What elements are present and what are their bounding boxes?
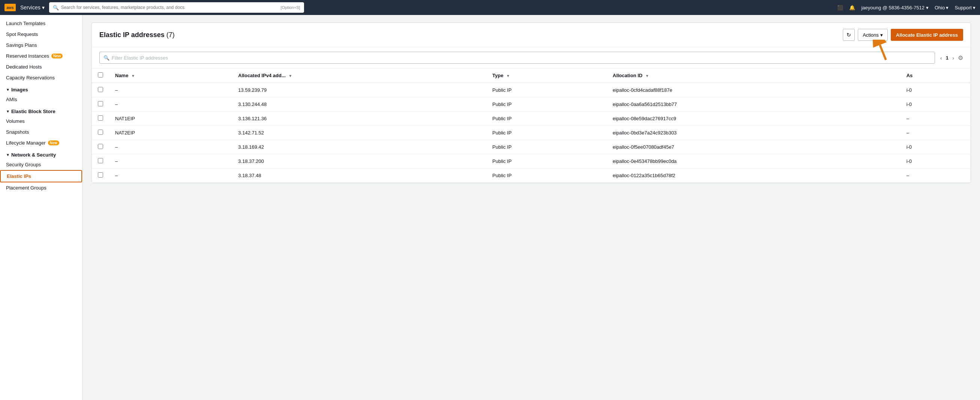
- row-associated[interactable]: i-0: [900, 83, 970, 97]
- support-menu[interactable]: Support ▾: [955, 5, 975, 11]
- volumes-label: Volumes: [6, 118, 25, 124]
- type-sort-icon[interactable]: ▼: [506, 74, 510, 78]
- row-checkbox[interactable]: [98, 130, 103, 135]
- row-check-cell[interactable]: [92, 154, 109, 168]
- amis-label: AMIs: [6, 97, 17, 102]
- user-menu[interactable]: jaeyoung @ 5836-4356-7512 ▾: [861, 5, 929, 11]
- sidebar-item-amis[interactable]: AMIs: [0, 94, 82, 105]
- services-label: Services: [20, 5, 40, 11]
- sidebar-item-snapshots[interactable]: Snapshots: [0, 127, 82, 138]
- filter-input-wrapper[interactable]: 🔍: [99, 52, 935, 63]
- reserved-instances-badge: New: [51, 54, 63, 59]
- col-header-allocation-id: Allocation ID ▼: [606, 68, 900, 83]
- allocation-id-sort-icon[interactable]: ▼: [645, 74, 649, 78]
- card-header: Elastic IP addresses (7) ↻ Actions ▾ All…: [92, 23, 970, 47]
- actions-chevron: ▾: [880, 32, 883, 38]
- table-body: – 13.59.239.79 Public IP eipalloc-0cfd4c…: [92, 83, 970, 183]
- sidebar-item-dedicated-hosts[interactable]: Dedicated Hosts: [0, 62, 82, 72]
- row-checkbox[interactable]: [98, 115, 103, 121]
- next-page-button[interactable]: ›: [951, 54, 956, 62]
- row-associated[interactable]: i-0: [900, 154, 970, 168]
- sidebar-item-launch-templates[interactable]: Launch Templates: [0, 18, 82, 29]
- sidebar-item-spot-requests[interactable]: Spot Requests: [0, 29, 82, 40]
- search-shortcut: [Option+S]: [280, 5, 300, 10]
- row-allocation-id: eipalloc-0bd3e7a24c923b303: [606, 126, 900, 140]
- row-ipv4[interactable]: 3.136.121.36: [232, 112, 486, 126]
- services-nav[interactable]: Services ▾: [20, 5, 45, 11]
- row-associated[interactable]: i-0: [900, 97, 970, 112]
- name-sort-icon[interactable]: ▼: [131, 74, 135, 78]
- table-row: – 3.18.169.42 Public IP eipalloc-0f5ee07…: [92, 140, 970, 154]
- region-label: Ohio: [935, 5, 945, 11]
- sidebar-item-security-groups[interactable]: Security Groups: [0, 159, 82, 170]
- row-allocation-id: eipalloc-0cfd4cadaf88f187e: [606, 83, 900, 97]
- snapshots-label: Snapshots: [6, 129, 29, 135]
- reserved-instances-label: Reserved Instances: [6, 53, 49, 59]
- refresh-button[interactable]: ↻: [843, 29, 855, 41]
- row-ipv4[interactable]: 3.18.37.48: [232, 168, 486, 183]
- images-section[interactable]: ▼ Images: [0, 83, 82, 94]
- sidebar-item-lifecycle-manager[interactable]: Lifecycle Manager New: [0, 138, 82, 148]
- table-row: – 3.130.244.48 Public IP eipalloc-0aa6a5…: [92, 97, 970, 112]
- row-check-cell[interactable]: [92, 112, 109, 126]
- row-ipv4[interactable]: 3.18.37.200: [232, 154, 486, 168]
- filter-input[interactable]: [112, 55, 931, 61]
- table-row: NAT1EIP 3.136.121.36 Public IP eipalloc-…: [92, 112, 970, 126]
- allocate-button[interactable]: Allocate Elastic IP address: [891, 29, 963, 41]
- sidebar-item-reserved-instances[interactable]: Reserved Instances New: [0, 51, 82, 62]
- user-chevron: ▾: [926, 5, 929, 11]
- row-checkbox[interactable]: [98, 158, 103, 163]
- table-header-row: Name ▼ Allocated IPv4 add... ▼ Type ▼: [92, 68, 970, 83]
- col-header-name: Name ▼: [109, 68, 232, 83]
- row-name: –: [109, 154, 232, 168]
- prev-page-button[interactable]: ‹: [939, 54, 943, 62]
- row-ipv4[interactable]: 3.18.169.42: [232, 140, 486, 154]
- lifecycle-manager-label: Lifecycle Manager: [6, 140, 46, 146]
- row-ipv4[interactable]: 3.130.244.48: [232, 97, 486, 112]
- sidebar-item-placement-groups[interactable]: Placement Groups: [0, 183, 82, 193]
- network-security-section[interactable]: ▼ Network & Security: [0, 148, 82, 159]
- row-checkbox[interactable]: [98, 144, 103, 149]
- row-checkbox[interactable]: [98, 87, 103, 92]
- launch-templates-label: Launch Templates: [6, 21, 45, 26]
- network-security-section-label: Network & Security: [11, 152, 56, 158]
- row-ipv4[interactable]: 13.59.239.79: [232, 83, 486, 97]
- search-bar[interactable]: 🔍 [Option+S]: [49, 2, 304, 13]
- row-checkbox[interactable]: [98, 101, 103, 106]
- actions-button[interactable]: Actions ▾: [858, 29, 888, 41]
- row-check-cell[interactable]: [92, 83, 109, 97]
- row-allocation-id: eipalloc-0e453478bb99ec0da: [606, 154, 900, 168]
- row-checkbox[interactable]: [98, 172, 103, 178]
- col-header-ipv4: Allocated IPv4 add... ▼: [232, 68, 486, 83]
- ebs-section[interactable]: ▼ Elastic Block Store: [0, 105, 82, 116]
- sidebar-item-capacity-reservations[interactable]: Capacity Reservations: [0, 72, 82, 83]
- row-associated[interactable]: i-0: [900, 140, 970, 154]
- row-check-cell[interactable]: [92, 97, 109, 112]
- search-input[interactable]: [61, 5, 278, 10]
- table-row: – 3.18.37.200 Public IP eipalloc-0e45347…: [92, 154, 970, 168]
- sidebar-item-volumes[interactable]: Volumes: [0, 116, 82, 127]
- sidebar-item-savings-plans[interactable]: Savings Plans: [0, 40, 82, 51]
- allocate-label: Allocate Elastic IP address: [896, 32, 958, 38]
- images-section-label: Images: [11, 87, 28, 92]
- ebs-arrow: ▼: [6, 110, 10, 113]
- col-header-associated: As: [900, 68, 970, 83]
- aws-logo[interactable]: aws: [5, 4, 16, 11]
- region-selector[interactable]: Ohio ▾: [935, 5, 948, 11]
- savings-plans-label: Savings Plans: [6, 42, 37, 48]
- ipv4-sort-icon[interactable]: ▼: [288, 74, 292, 78]
- table-row: – 13.59.239.79 Public IP eipalloc-0cfd4c…: [92, 83, 970, 97]
- row-check-cell[interactable]: [92, 168, 109, 183]
- row-associated: –: [900, 126, 970, 140]
- bell-icon[interactable]: 🔔: [849, 5, 855, 11]
- row-check-cell[interactable]: [92, 140, 109, 154]
- row-ipv4[interactable]: 3.142.71.52: [232, 126, 486, 140]
- sidebar-item-elastic-ips[interactable]: Elastic IPs: [0, 170, 82, 183]
- row-check-cell[interactable]: [92, 126, 109, 140]
- terminal-icon[interactable]: ⬛: [837, 5, 843, 11]
- table-settings-icon[interactable]: ⚙: [958, 54, 963, 62]
- item-count: (7): [167, 31, 175, 38]
- row-associated: –: [900, 168, 970, 183]
- placement-groups-label: Placement Groups: [6, 185, 46, 190]
- select-all-checkbox[interactable]: [98, 72, 103, 78]
